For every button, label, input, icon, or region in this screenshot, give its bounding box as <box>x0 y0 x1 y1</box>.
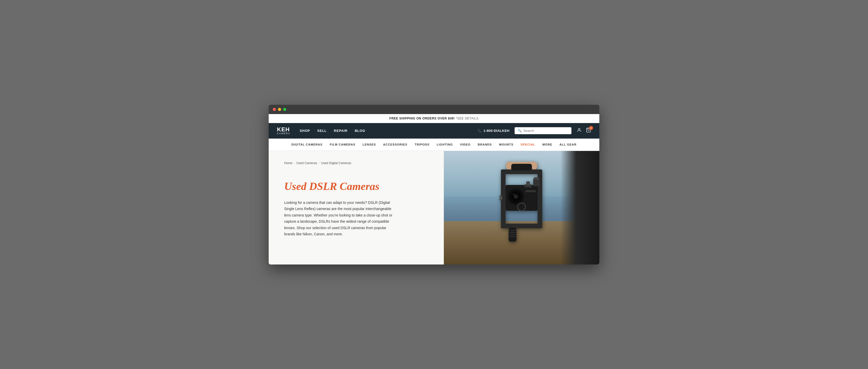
nav-right: 📞 1-800-DIALKEH 🔍 <box>478 127 591 134</box>
phone-number: 📞 1-800-DIALKEH <box>478 129 509 133</box>
nav-link-repair[interactable]: REPAIR <box>334 129 347 133</box>
svg-rect-22 <box>509 236 516 237</box>
search-icon: 🔍 <box>518 129 522 133</box>
svg-rect-19 <box>509 230 516 231</box>
breadcrumb-sep-1: › <box>294 162 295 164</box>
cat-lenses[interactable]: LENSES <box>363 139 376 150</box>
search-input[interactable] <box>523 129 568 133</box>
logo-camera: CAMERA <box>277 132 290 135</box>
promo-bar: FREE SHIPPING ON ORDERS OVER $49! *SEE D… <box>269 114 599 123</box>
cat-accessories[interactable]: ACCESSORIES <box>383 139 407 150</box>
browser-dot-red[interactable] <box>273 108 276 111</box>
svg-point-26 <box>519 204 524 209</box>
browser-window: FREE SHIPPING ON ORDERS OVER $49! *SEE D… <box>269 105 599 265</box>
page-description: Looking for a camera that can adapt to y… <box>284 199 398 237</box>
browser-chrome <box>269 105 599 114</box>
page-title: Used DSLR Cameras <box>284 180 428 192</box>
logo-keh: KEH <box>277 127 290 132</box>
cat-video[interactable]: VIDEO <box>460 139 470 150</box>
svg-rect-20 <box>509 232 516 233</box>
nav-icons: 2 <box>577 128 591 134</box>
scene-person <box>561 151 599 265</box>
breadcrumb-home[interactable]: Home <box>284 161 292 165</box>
camera-rig <box>486 162 558 245</box>
cat-special[interactable]: SPECIAL <box>521 139 535 150</box>
breadcrumb-current: Used Digital Cameras <box>321 161 351 165</box>
search-box[interactable]: 🔍 <box>515 127 571 134</box>
phone-text: 1-800-DIALKEH <box>484 129 509 133</box>
nav-link-sell[interactable]: SELL <box>317 129 327 133</box>
svg-rect-28 <box>534 177 539 179</box>
browser-dot-green[interactable] <box>283 108 286 111</box>
svg-rect-16 <box>525 190 536 192</box>
svg-rect-17 <box>501 224 542 228</box>
main-nav: KEH CAMERA SHOP SELL REPAIR BLOG 📞 1-800… <box>269 123 599 139</box>
phone-icon: 📞 <box>478 129 482 133</box>
content-area: Home › Used Cameras › Used Digital Camer… <box>269 151 599 265</box>
svg-rect-21 <box>509 234 516 235</box>
nav-links: SHOP SELL REPAIR BLOG <box>300 129 365 133</box>
hero-image-area <box>444 151 599 265</box>
cart-button[interactable]: 2 <box>586 128 591 134</box>
svg-rect-15 <box>526 181 530 185</box>
browser-dot-yellow[interactable] <box>278 108 281 111</box>
svg-point-13 <box>513 193 515 195</box>
nav-link-blog[interactable]: BLOG <box>355 129 365 133</box>
cat-more[interactable]: MORE <box>542 139 552 150</box>
cat-film-cameras[interactable]: FILM CAMERAS <box>330 139 355 150</box>
nav-left: KEH CAMERA SHOP SELL REPAIR BLOG <box>277 127 365 135</box>
cat-lighting[interactable]: LIGHTING <box>437 139 453 150</box>
cat-all-gear[interactable]: ALL GEAR <box>560 139 577 150</box>
svg-point-24 <box>500 196 502 199</box>
content-left: Home › Used Cameras › Used Digital Camer… <box>269 151 444 265</box>
promo-text: FREE SHIPPING ON ORDERS OVER $49! <box>389 116 455 120</box>
cat-brands[interactable]: BRANDS <box>478 139 492 150</box>
breadcrumb: Home › Used Cameras › Used Digital Camer… <box>284 161 428 165</box>
cat-mounts[interactable]: MOUNTS <box>499 139 513 150</box>
cat-tripods[interactable]: TRIPODS <box>414 139 430 150</box>
nav-link-shop[interactable]: SHOP <box>300 129 310 133</box>
breadcrumb-used-cameras[interactable]: Used Cameras <box>296 161 317 165</box>
logo[interactable]: KEH CAMERA <box>277 127 290 135</box>
promo-details: *SEE DETAILS <box>455 116 478 120</box>
cat-digital-cameras[interactable]: DIGITAL CAMERAS <box>291 139 322 150</box>
breadcrumb-sep-2: › <box>318 162 319 164</box>
camera-scene <box>444 151 599 265</box>
svg-rect-5 <box>511 164 532 170</box>
svg-point-0 <box>579 128 580 130</box>
account-button[interactable] <box>577 128 582 134</box>
category-nav: DIGITAL CAMERAS FILM CAMERAS LENSES ACCE… <box>269 139 599 151</box>
camera-rig-svg <box>486 162 558 244</box>
cart-badge: 2 <box>589 126 593 130</box>
site-wrapper: FREE SHIPPING ON ORDERS OVER $49! *SEE D… <box>269 114 599 265</box>
